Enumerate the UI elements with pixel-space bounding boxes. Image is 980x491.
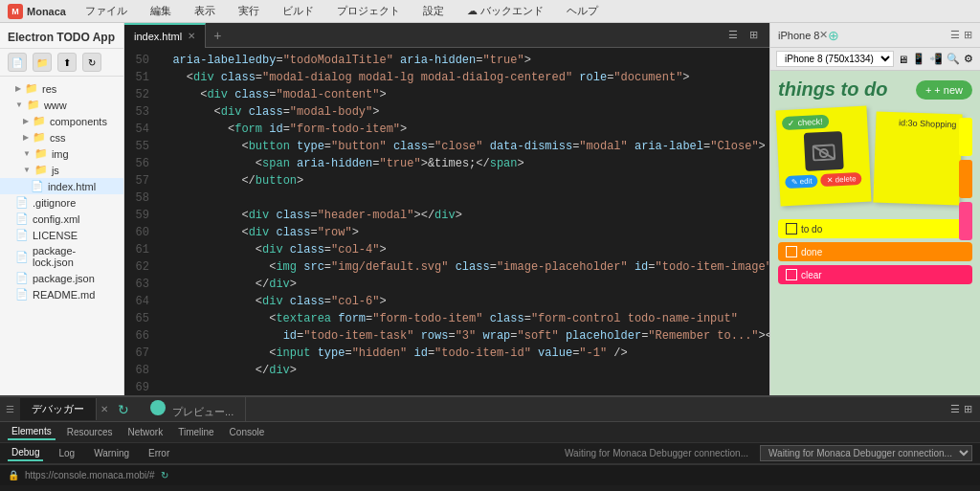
panel-grid-icon[interactable]: ⊞ [964,403,972,415]
sidebar: Electron TODO App 📄 📁 ⬆ ↻ ▶ 📁 res ▼ 📁 ww… [0,23,124,395]
tree-item-index-html[interactable]: 📄 index.html [0,178,123,194]
menu-edit[interactable]: 編集 [146,2,175,20]
arrow-icon: ▼ [23,149,31,158]
editor-menu-icon[interactable]: ☰ [724,27,742,43]
preview-label: プレビュー... [172,406,234,417]
tree-item-css[interactable]: ▶ 📁 css [0,129,123,145]
folder-icon: 📁 [33,115,46,127]
console-tab[interactable]: Console [226,425,269,439]
menu-bar: M Monaca ファイル 編集 表示 実行 ビルド プロジェクト 設定 ☁ バ… [0,0,980,23]
debug-subtab-warning[interactable]: Warning [90,446,133,460]
elements-tab[interactable]: Elements [8,424,56,440]
done-btn[interactable]: done [778,242,972,261]
debugger-tab[interactable]: デバッガー [20,398,97,420]
menu-project[interactable]: プロジェクト [333,2,404,20]
close-icon[interactable]: ✕ [819,29,828,41]
tree-label: LICENSE [33,230,78,241]
menu-backend[interactable]: ☁ バックエンド [463,2,547,20]
tree-item-package-lock[interactable]: 📄 package-lock.json [0,243,123,270]
menu-icon[interactable]: ☰ [950,29,960,41]
panel-menu-icon[interactable]: ☰ [950,403,960,415]
editor-grid-icon[interactable]: ⊞ [746,27,762,43]
tree-label: res [42,83,56,95]
tree-item-license[interactable]: 📄 LICENSE [0,227,123,243]
code-line: 64 <div class="col-6"> [124,293,769,310]
menu-file[interactable]: ファイル [81,2,131,20]
preview-tab[interactable]: プレビュー... [135,396,246,423]
editor-tab-index-html[interactable]: index.html ✕ [124,23,206,48]
sidebar-new-file-btn[interactable]: 📄 [8,53,27,72]
code-line: 59 <div class="header-modal"></div> [124,207,769,224]
refresh-url-icon[interactable]: ↻ [161,470,168,480]
timeline-tab[interactable]: Timeline [174,425,217,439]
device-selector[interactable]: iPhone 8 (750x1334) [776,51,894,67]
sticky-note-2: id:3o Shopping [873,111,962,205]
tree-item-res[interactable]: ▶ 📁 res [0,80,123,97]
tree-item-js[interactable]: ▼ 📁 js [0,162,123,178]
tree-item-package[interactable]: 📄 package.json [0,270,123,286]
debug-subtab-debug[interactable]: Debug [8,445,43,461]
new-label: + new [934,84,963,96]
sidebar-refresh-btn[interactable]: ↻ [82,53,101,72]
tree-label: index.html [48,181,96,192]
bottom-url-bar: 🔒 https://console.monaca.mobi/# ↻ [0,464,980,485]
debugger-close-icon[interactable]: ✕ [97,404,112,414]
tree-item-www[interactable]: ▼ 📁 www [0,97,123,113]
tree-item-components[interactable]: ▶ 📁 components [0,113,123,129]
brand-name: Monaca [27,6,66,17]
tab-add-btn[interactable]: + [206,28,229,43]
tree-item-config[interactable]: 📄 config.xml [0,211,123,227]
sidebar-toolbar: 📄 📁 ⬆ ↻ [0,49,123,77]
debug-subtab-error[interactable]: Error [145,446,173,460]
tab-close-icon[interactable]: ✕ [188,31,195,41]
refresh-icon[interactable]: ⊕ [828,28,839,43]
code-line: 51 <div class="modal-dialog modal-lg mod… [124,69,769,86]
code-line: 58 [124,190,769,207]
settings-icon[interactable]: ⚙ [964,53,973,65]
grid-icon[interactable]: ⊞ [964,29,972,41]
pink-tab[interactable] [959,202,972,240]
code-line: 66 id="todo-item-task" rows="3" wrap="so… [124,327,769,345]
file-icon: 📄 [15,196,29,209]
menu-settings[interactable]: 設定 [419,2,448,20]
sticky-edit-button[interactable]: ✎ edit [785,174,818,189]
tree-item-img[interactable]: ▼ 📁 img [0,145,123,162]
resources-tab[interactable]: Resources [63,425,117,439]
tree-label: www [44,100,67,111]
square-icon [786,246,797,257]
menu-help[interactable]: ヘルプ [563,2,602,20]
orange-tab[interactable] [959,160,972,198]
tree-label: .gitignore [33,197,76,209]
network-tab[interactable]: Network [124,425,167,439]
refresh-icon[interactable]: ↻ [112,402,135,417]
menu-view[interactable]: 表示 [190,2,219,20]
todo-app: things to do + + new ✓ check! [770,71,980,395]
clear-btn[interactable]: clear [778,265,972,284]
sticky-note-buttons: ✎ edit ✕ delete [785,172,865,189]
tree-label: package-lock.json [33,245,116,268]
tree-item-gitignore[interactable]: 📄 .gitignore [0,194,123,211]
todo-btn[interactable]: to do [778,219,972,238]
debug-subtab-log[interactable]: Log [55,446,78,460]
monaca-brand: M Monaca [8,4,66,19]
code-line: 67 <input type="hidden" id="todo-item-id… [124,345,769,362]
sticky-delete-button[interactable]: ✕ delete [820,172,862,187]
zoom-icon[interactable]: 🔍 [947,53,960,65]
menu-build[interactable]: ビルド [278,2,318,20]
status-select[interactable]: Waiting for Monaca Debugger connection..… [760,445,972,461]
check-badge[interactable]: ✓ check! [782,115,829,131]
tree-item-readme[interactable]: 📄 README.md [0,286,123,302]
sidebar-upload-btn[interactable]: ⬆ [57,53,77,72]
sidebar-new-folder-btn[interactable]: 📁 [33,53,52,72]
code-editor[interactable]: 50 aria-labelledby="todoModalTitle" aria… [124,48,769,395]
tree-label: js [52,165,59,176]
bottom-panel: ☰ デバッガー ✕ ↻ プレビュー... ☰ ⊞ Elements Resour… [0,395,980,491]
camera-icon [803,131,843,171]
device-label: iPhone 8 [778,30,819,41]
yellow-tab[interactable] [959,118,972,156]
menu-run[interactable]: 実行 [234,2,263,20]
desktop-icon[interactable]: 🖥 [898,54,908,65]
todo-new-button[interactable]: + + new [916,80,972,100]
tablet-icon[interactable]: 📱 [912,53,925,65]
phone-icon[interactable]: 📲 [929,53,943,65]
